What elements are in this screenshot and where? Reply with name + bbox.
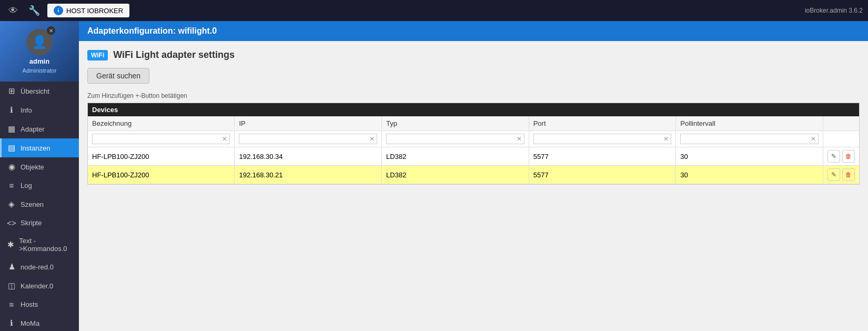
filter-input-wrap-poll: ✕ xyxy=(680,134,819,144)
filter-input-port[interactable] xyxy=(534,134,662,144)
adapter-icon: ▦ xyxy=(7,124,16,134)
version-label: ioBroker.admin 3.6.2 xyxy=(805,7,863,14)
user-panel: 👤 ✕ admin Administrator xyxy=(0,21,79,82)
filter-clear-ip[interactable]: ✕ xyxy=(367,135,377,143)
devices-table-wrapper: Devices Bezeichnung IP Typ Port Pollinte… xyxy=(87,103,860,185)
cell-typ: LD382 xyxy=(382,147,529,166)
sidebar-item-label: Objekte xyxy=(21,163,44,171)
col-bezeichnung: Bezeichnung xyxy=(88,116,235,131)
filter-cell-actions xyxy=(823,131,860,147)
cell-ip: 192.168.30.34 xyxy=(235,147,382,166)
sidebar-item-label: Übersicht xyxy=(21,87,49,95)
sidebar-item-kalender[interactable]: ◫ Kalender.0 xyxy=(0,276,79,295)
devices-label: Devices xyxy=(92,106,118,114)
sidebar-item-info[interactable]: ℹ Info xyxy=(0,101,79,119)
filter-cell-poll: ✕ xyxy=(676,131,823,147)
adapter-title-bar: WiFi WiFi Light adapter settings xyxy=(87,49,860,61)
devices-table: Bezeichnung IP Typ Port Pollintervall xyxy=(88,116,859,184)
col-typ: Typ xyxy=(382,116,529,131)
info-icon: ℹ xyxy=(7,105,16,115)
sidebar-item-label: Adapter xyxy=(21,125,45,133)
sidebar-item-skripte[interactable]: <> Skripte xyxy=(0,214,79,232)
col-pollintervall: Pollintervall xyxy=(676,116,823,131)
filter-input-wrap-ip: ✕ xyxy=(239,134,377,144)
sidebar-item-label: Log xyxy=(21,182,32,189)
main-content: Adapterkonfiguration: wifilight.0 WiFi W… xyxy=(79,21,868,331)
sidebar-item-label: Instanzen xyxy=(21,144,50,152)
filter-input-poll[interactable] xyxy=(681,134,809,144)
filter-input-ip[interactable] xyxy=(239,134,367,144)
moma-icon: ℹ xyxy=(7,318,16,328)
filter-input-wrap-port: ✕ xyxy=(533,134,672,144)
cell-bezeichnung: HF-LPB100-ZJ200 xyxy=(88,147,235,166)
host-button[interactable]: i HOST IOBROKER xyxy=(47,4,129,17)
col-port: Port xyxy=(529,116,676,131)
top-bar: 👁 🔧 i HOST IOBROKER ioBroker.admin 3.6.2 xyxy=(0,0,868,21)
sidebar-item-instanzen[interactable]: ▤ Instanzen xyxy=(0,138,79,157)
cell-actions: ✎ 🗑 xyxy=(823,166,860,184)
avatar: 👤 ✕ xyxy=(26,29,53,55)
cell-bezeichnung: HF-LPB100-ZJ200 xyxy=(88,166,235,184)
filter-cell-typ: ✕ xyxy=(382,131,529,147)
sidebar-item-szenen[interactable]: ◈ Szenen xyxy=(0,195,79,214)
filter-input-typ[interactable] xyxy=(387,134,514,144)
hosts-icon: ≡ xyxy=(7,300,16,309)
sidebar: 👤 ✕ admin Administrator ⊞ Übersicht ℹ In… xyxy=(0,21,79,331)
cell-typ: LD382 xyxy=(382,166,529,184)
wifi-badge: WiFi xyxy=(87,50,108,61)
settings-icon[interactable]: 🔧 xyxy=(26,3,42,18)
table-row: HF-LPB100-ZJ200 192.168.30.21 LD382 5577… xyxy=(88,166,859,184)
sidebar-item-label: Info xyxy=(21,106,32,114)
filter-clear-bezeichnung[interactable]: ✕ xyxy=(220,135,229,143)
content-area: WiFi WiFi Light adapter settings Gerät s… xyxy=(79,41,868,331)
filter-input-bezeichnung[interactable] xyxy=(93,134,220,144)
objekte-icon: ◉ xyxy=(7,162,16,172)
sidebar-item-objekte[interactable]: ◉ Objekte xyxy=(0,157,79,176)
sidebar-item-uebersicht[interactable]: ⊞ Übersicht xyxy=(0,82,79,101)
filter-cell-ip: ✕ xyxy=(235,131,382,147)
sidebar-item-label: Kalender.0 xyxy=(21,282,53,290)
kalender-icon: ◫ xyxy=(7,281,16,290)
filter-cell-port: ✕ xyxy=(529,131,676,147)
user-role: Administrator xyxy=(23,67,57,74)
delete-button[interactable]: 🗑 xyxy=(842,150,855,163)
cell-poll: 30 xyxy=(676,166,823,184)
cell-actions: ✎ 🗑 xyxy=(823,147,860,166)
szenen-icon: ◈ xyxy=(7,199,16,209)
edit-button[interactable]: ✎ xyxy=(827,150,840,163)
sidebar-item-label: MoMa xyxy=(21,319,39,327)
sidebar-item-text-kommandos[interactable]: ✱ Text ->Kommandos.0 xyxy=(0,232,79,257)
sidebar-item-adapter[interactable]: ▦ Adapter xyxy=(0,119,79,138)
sidebar-item-log[interactable]: ≡ Log xyxy=(0,176,79,195)
cell-poll: 30 xyxy=(676,147,823,166)
hint-text: Zum Hinzufügen +-Button betätigen xyxy=(87,92,860,99)
delete-button[interactable]: 🗑 xyxy=(842,168,855,181)
page-header: Adapterkonfiguration: wifilight.0 xyxy=(79,21,868,41)
log-icon: ≡ xyxy=(7,181,16,190)
search-btn-label: Gerät suchen xyxy=(96,72,140,80)
skripte-icon: <> xyxy=(7,218,16,227)
sidebar-item-label: node-red.0 xyxy=(21,263,54,271)
filter-clear-port[interactable]: ✕ xyxy=(661,135,671,143)
text-icon: ✱ xyxy=(7,240,15,249)
action-cell: ✎ 🗑 xyxy=(827,168,855,181)
filter-clear-poll[interactable]: ✕ xyxy=(809,135,818,143)
sidebar-item-hosts[interactable]: ≡ Hosts xyxy=(0,295,79,314)
edit-button[interactable]: ✎ xyxy=(827,168,840,181)
sidebar-item-label: Skripte xyxy=(21,219,42,227)
table-row: HF-LPB100-ZJ200 192.168.30.34 LD382 5577… xyxy=(88,147,859,166)
table-header-row: Bezeichnung IP Typ Port Pollintervall xyxy=(88,116,859,131)
action-cell: ✎ 🗑 xyxy=(827,150,855,163)
eye-icon[interactable]: 👁 xyxy=(5,3,21,18)
search-device-button[interactable]: Gerät suchen xyxy=(87,68,149,84)
filter-cell-bezeichnung: ✕ xyxy=(88,131,235,147)
close-icon[interactable]: ✕ xyxy=(47,26,55,35)
devices-header: Devices xyxy=(88,103,859,116)
adapter-title: WiFi Light adapter settings xyxy=(113,49,235,61)
filter-input-wrap-bezeichnung: ✕ xyxy=(92,134,230,144)
sidebar-item-node-red[interactable]: ♟ node-red.0 xyxy=(0,257,79,276)
filter-row: ✕ ✕ xyxy=(88,131,859,147)
filter-clear-typ[interactable]: ✕ xyxy=(514,135,524,143)
cell-port: 5577 xyxy=(529,166,676,184)
sidebar-item-moma[interactable]: ℹ MoMa xyxy=(0,314,79,331)
